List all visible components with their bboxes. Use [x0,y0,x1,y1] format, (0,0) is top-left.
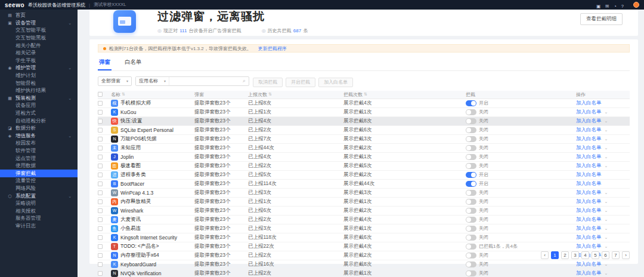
row-checkbox[interactable] [98,217,103,222]
add-whitelist-link[interactable]: 加入白名单 [576,162,602,170]
block-toggle[interactable] [466,226,476,232]
row-checkbox[interactable] [98,262,103,267]
chevron-down-icon[interactable]: ⌄ [605,137,608,141]
block-toggle[interactable] [466,172,476,178]
monitor-icon[interactable]: ▣ [596,4,600,9]
sidebar-item-交互智能黑板[interactable]: 交互智能黑板 [0,35,78,42]
sidebar-item-审计日志[interactable]: 审计日志 [0,223,78,230]
page-button-7[interactable]: 7 [612,251,620,259]
chevron-down-icon[interactable]: ⌄ [605,235,608,240]
select-all-checkbox[interactable] [98,92,103,97]
sidebar-item-校园发布[interactable]: 校园发布 [0,140,78,147]
row-checkbox[interactable] [98,119,103,124]
update-program-link[interactable]: 更新拦截程序 [258,45,287,52]
sidebar-item-学生平板[interactable]: 学生平板 [0,57,78,65]
sidebar-item-交互智能平板[interactable]: 交互智能平板 [0,27,78,35]
row-checkbox[interactable] [98,190,103,195]
block-toggle[interactable] [466,154,476,160]
add-whitelist-link[interactable]: 加入白名单 [576,243,602,250]
page-button-1[interactable]: 1 [551,251,559,259]
row-checkbox[interactable] [98,253,103,258]
add-whitelist-link[interactable]: 加入白名单 [576,100,602,107]
batch-button-加入白名单[interactable]: 加入白名单 [318,78,353,87]
add-whitelist-link[interactable]: 加入白名单 [576,118,602,125]
row-checkbox[interactable] [98,101,103,106]
block-toggle[interactable] [466,199,476,205]
chevron-down-icon[interactable]: ⌄ [605,146,608,150]
chevron-down-icon[interactable]: ⌄ [605,199,608,204]
row-checkbox[interactable] [98,199,103,204]
batch-button-取消拦截[interactable]: 取消拦截 [253,78,283,87]
add-whitelist-link[interactable]: 加入白名单 [576,127,602,134]
sidebar-item-增值服务[interactable]: ◈增值服务⌄ [0,133,78,140]
sidebar-item-网络风险[interactable]: 网络风险 [0,185,78,193]
page-button-6[interactable]: 6 [602,251,609,259]
page-button-2[interactable]: 2 [561,251,569,259]
search-icon[interactable]: ⌕ [240,78,249,84]
add-whitelist-link[interactable]: 加入白名单 [576,144,602,152]
sidebar-item-维护管理[interactable]: ◉维护管理⌄ [0,64,78,72]
add-whitelist-link[interactable]: 加入白名单 [576,136,602,143]
sidebar-item-策略说明[interactable]: 策略说明 [0,200,78,208]
sidebar-item-使用数据[interactable]: 使用数据 [0,162,78,170]
add-whitelist-link[interactable]: 加入白名单 [576,189,602,196]
sidebar-item-自动巡检分析[interactable]: 自动巡检分析 [0,117,78,125]
add-whitelist-link[interactable]: 加入白名单 [576,198,602,205]
chevron-down-icon[interactable]: ⌄ [605,164,608,168]
chevron-down-icon[interactable]: ⌄ [605,128,608,133]
chevron-down-icon[interactable]: ⌄ [605,155,608,159]
sidebar-item-设备应用[interactable]: 设备应用 [0,102,78,110]
add-whitelist-link[interactable]: 加入白名单 [576,216,602,223]
block-toggle[interactable] [466,244,476,250]
block-toggle[interactable] [466,109,476,115]
bell-icon[interactable]: ◔ [614,4,617,9]
view-block-detail-button[interactable]: 查看拦截明细 [580,13,623,25]
batch-button-开启拦截[interactable]: 开启拦截 [286,78,315,87]
row-checkbox[interactable] [98,164,103,168]
chevron-down-icon[interactable]: ⌄ [605,226,608,231]
sidebar-item-智能督检[interactable]: 智能督检 [0,79,78,87]
block-toggle[interactable] [466,208,476,214]
tab-弹窗[interactable]: 弹窗 [98,57,112,70]
chevron-down-icon[interactable]: ⌄ [605,217,608,222]
search-field-select[interactable]: 应用名称 ▾ [136,77,169,85]
sidebar-item-数据分析[interactable]: ◪数据分析 [0,125,78,133]
chevron-down-icon[interactable]: ⌄ [605,271,608,276]
chevron-down-icon[interactable]: ⌄ [605,119,608,124]
block-toggle[interactable] [466,181,476,187]
sidebar-item-相关记录[interactable]: 相关记录 [0,50,78,57]
block-toggle[interactable] [466,235,476,241]
add-whitelist-link[interactable]: 加入白名单 [576,234,602,241]
chevron-down-icon[interactable]: ⌄ [605,262,608,267]
row-checkbox[interactable] [98,146,103,150]
sidebar-item-首页[interactable]: ▤首页 [0,12,78,20]
sidebar-item-巡检方式[interactable]: 巡检方式 [0,110,78,118]
add-whitelist-link[interactable]: 加入白名单 [576,180,602,187]
row-checkbox[interactable] [98,181,103,186]
help-icon[interactable]: ? [621,4,624,9]
block-toggle[interactable] [466,136,476,142]
row-checkbox[interactable] [98,235,103,240]
add-whitelist-link[interactable]: 加入白名单 [576,153,602,161]
popup-type-select[interactable]: 全部弹窗 ▾ [98,76,132,86]
block-toggle[interactable] [466,190,476,196]
row-checkbox[interactable] [98,155,103,159]
sidebar-item-设备管理[interactable]: ▣设备管理⌄ [0,20,78,27]
sidebar-item-维护计划[interactable]: 维护计划 [0,72,78,80]
tab-白名单[interactable]: 白名单 [123,57,143,70]
chevron-down-icon[interactable]: ⌄ [605,208,608,213]
add-whitelist-link[interactable]: 加入白名单 [576,109,602,116]
sidebar-item-系统配置[interactable]: ⬡系统配置⌄ [0,192,78,200]
sidebar-item-弹窗拦截[interactable]: 弹窗拦截 [0,170,78,177]
row-checkbox[interactable] [98,128,103,133]
sidebar-item-软件管理[interactable]: 软件管理 [0,147,78,155]
block-toggle[interactable] [466,261,476,267]
search-input[interactable] [169,78,240,84]
add-whitelist-link[interactable]: 加入白名单 [576,261,602,268]
block-toggle[interactable] [466,163,476,169]
row-checkbox[interactable] [98,271,103,276]
sort-icon[interactable]: ⇅ [364,92,367,97]
sidebar-item-预装检测[interactable]: ▦预装检测⌄ [0,95,78,103]
sidebar-item-维护执行结果[interactable]: 维护执行结果 [0,87,78,95]
page-next-button[interactable]: › [622,251,630,259]
